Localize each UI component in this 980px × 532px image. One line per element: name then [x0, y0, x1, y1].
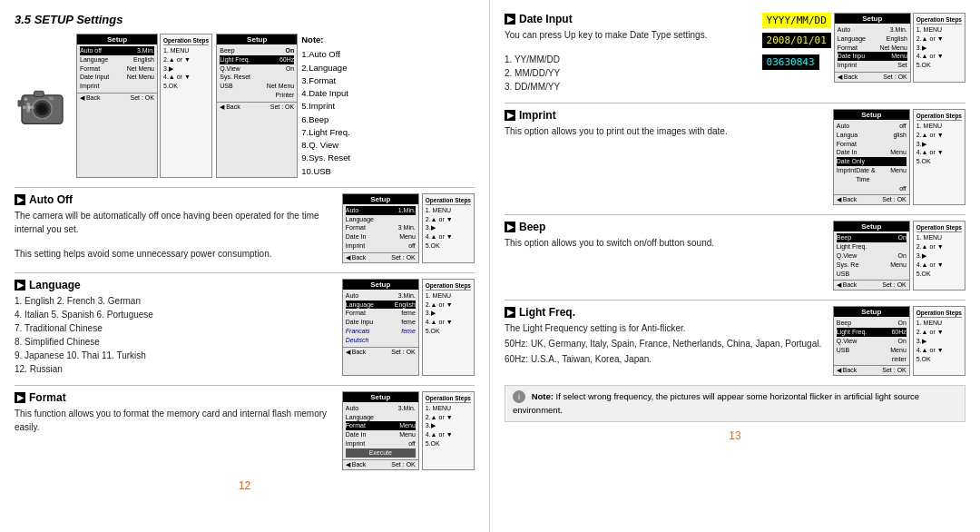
svg-point-7: [24, 97, 27, 101]
auto-off-desc1: The camera will be automatically off onc…: [15, 209, 335, 236]
language-header: ▶ Language: [15, 279, 335, 291]
date-input-op-steps: Operation Steps 1. MENU 2.▲ or ▼ 3.▶ 4.▲…: [913, 13, 965, 83]
setup-screen-1-body: Auto off3.Min. LanguageEnglish FormatNet…: [77, 44, 157, 93]
imprint-desc: This option allows you to print out the …: [505, 124, 826, 138]
language-screen: Setup Auto3.Min. LanguageEnglish Formatf…: [342, 279, 419, 376]
auto-off-op-steps: Operation Steps 1. MENU 2.▲ or ▼ 3.▶ 4.▲…: [422, 193, 475, 263]
svg-rect-5: [34, 91, 44, 96]
auto-off-header: ▶ Auto Off: [15, 193, 335, 206]
setup-screen-1-footer: ◀ BackSet : OK: [77, 93, 157, 103]
date-displays: YYYY/MM/DD 2008/01/01 03630843: [762, 13, 831, 83]
beep-icon: ▶: [505, 222, 515, 232]
imprint-section: ▶ Imprint This option allows you to prin…: [505, 109, 965, 205]
date-display-2: 2008/01/01: [762, 33, 831, 48]
svg-rect-6: [48, 96, 53, 100]
camera-icon-area: $: [15, 34, 69, 178]
setup-screen-2-body: BeepOn Light Freq.60Hz Q.ViewOn Sys. Res…: [217, 44, 297, 102]
date-input-icon: ▶: [505, 14, 515, 25]
language-widget: Setup Auto3.Min. LanguageEnglish Formatf…: [342, 279, 475, 376]
light-freq-desc2: 50Hz: UK, Germany, Italy, Spain, France,…: [505, 337, 826, 350]
warning-icon: i: [513, 390, 525, 403]
light-freq-op-steps: Operation Steps 1. MENU 2.▲ or ▼ 3.▶ 4.▲…: [913, 306, 965, 376]
warning-text: If select wrong frequency, the pictures …: [513, 391, 919, 414]
setup-screen-1-wrapper: Setup Auto off3.Min. LanguageEnglish For…: [76, 34, 212, 178]
svg-rect-1: [17, 100, 24, 106]
date-input-desc: You can press Up key to make Date Type s…: [505, 28, 755, 42]
imprint-icon: ▶: [505, 110, 515, 121]
imprint-widget: Setup Autooff Languaglish Format Date In…: [833, 109, 965, 205]
light-freq-screen: Setup BeepOn Light Freq.60Hz Q.ViewOn US…: [833, 306, 910, 376]
setup-screen-2: Setup BeepOn Light Freq.60Hz Q.ViewOn Sy…: [216, 34, 298, 178]
date-input-header: ▶ Date Input: [505, 13, 755, 25]
page-title: 3.5 SETUP Settings: [15, 13, 475, 26]
language-section: ▶ Language 1. English 2. French 3. Germa…: [15, 279, 475, 376]
left-page-number: 12: [15, 479, 475, 492]
language-desc: 1. English 2. French 3. German 4. Italia…: [15, 294, 335, 376]
setup-screen-1-header: Setup: [77, 34, 157, 44]
beep-screen: Setup BeepOn Light Freq. Q.ViewOn Sys. R…: [833, 221, 910, 291]
light-freq-widget: Setup BeepOn Light Freq.60Hz Q.ViewOn US…: [833, 306, 965, 376]
beep-section: ▶ Beep This option allows you to switch …: [505, 221, 965, 291]
setup-screen-1: Setup Auto off3.Min. LanguageEnglish For…: [76, 34, 158, 178]
beep-widget: Setup BeepOn Light Freq. Q.ViewOn Sys. R…: [833, 221, 965, 291]
date-display-1: YYYY/MM/DD: [762, 13, 831, 28]
camera-icon: $: [17, 85, 67, 126]
format-widget: Setup Auto3.Min. Language FormatMenu Dat…: [342, 391, 475, 470]
main-setup-area: $ Setup Auto off3.Min. LanguageEnglish F…: [15, 34, 475, 178]
setup-screen-2-header: Setup: [217, 34, 297, 44]
op-steps-1: Operation Steps 1. MENU 2.▲ or ▼ 3.▶ 4.▲…: [160, 34, 212, 178]
auto-off-desc2: This setting helps avoid some unnecessar…: [15, 247, 335, 261]
imprint-header: ▶ Imprint: [505, 109, 826, 122]
svg-point-4: [38, 104, 46, 113]
setup-screen-2-wrapper: Setup BeepOn Light Freq.60Hz Q.ViewOn Sy…: [216, 34, 298, 178]
imprint-op-steps: Operation Steps 1. MENU 2.▲ or ▼ 3.▶ 4.▲…: [913, 109, 965, 205]
date-input-text: ▶ Date Input You can press Up key to mak…: [505, 13, 755, 94]
format-header: ▶ Format: [15, 391, 335, 404]
format-screen: Setup Auto3.Min. Language FormatMenu Dat…: [342, 391, 419, 470]
auto-off-section: ▶ Auto Off The camera will be automatica…: [15, 193, 475, 263]
auto-off-widget: Setup Auto1.Min. Language Format3 Min. D…: [342, 193, 475, 263]
format-op-steps: Operation Steps 1. MENU 2.▲ or ▼ 3.▶ 4.▲…: [422, 391, 475, 470]
light-freq-header: ▶ Light Freq.: [505, 306, 826, 319]
language-text: ▶ Language 1. English 2. French 3. Germa…: [15, 279, 335, 376]
date-display-3: 03630843: [762, 54, 819, 70]
auto-off-screen: Setup Auto1.Min. Language Format3 Min. D…: [342, 193, 419, 263]
right-page-number: 13: [505, 429, 965, 442]
beep-header: ▶ Beep: [505, 221, 826, 233]
date-input-screen: Setup Auto3.Min. LanguageEnglish FormatN…: [834, 13, 911, 83]
language-op-steps: Operation Steps 1. MENU 2.▲ or ▼ 3.▶ 4.▲…: [422, 279, 475, 376]
setup-screen-2-footer: ◀ BackSet : OK: [217, 102, 297, 112]
format-icon: ▶: [15, 392, 25, 403]
format-desc: This function allows you to format the m…: [15, 407, 335, 434]
date-input-widget: YYYY/MM/DD 2008/01/01 03630843 Setup Aut…: [762, 13, 965, 94]
beep-desc: This option allows you to switch on/off …: [505, 236, 826, 250]
light-freq-text: ▶ Light Freq. The Light Frequency settin…: [505, 306, 826, 376]
light-freq-desc1: The Light Frequency setting is for Anti-…: [505, 321, 826, 335]
light-freq-desc3: 60Hz: U.S.A., Taiwan, Korea, Japan.: [505, 352, 826, 366]
format-text: ▶ Format This function allows you to for…: [15, 391, 335, 470]
imprint-text: ▶ Imprint This option allows you to prin…: [505, 109, 826, 205]
format-section: ▶ Format This function allows you to for…: [15, 391, 475, 470]
main-note-box: Note: 1.Auto Off 2.Language 3.Format 4.D…: [301, 34, 374, 178]
imprint-screen: Setup Autooff Languaglish Format Date In…: [833, 109, 910, 205]
warning-note: i Note: If select wrong frequency, the p…: [505, 385, 965, 422]
date-input-section: ▶ Date Input You can press Up key to mak…: [505, 13, 965, 94]
warning-label: Note:: [532, 391, 556, 401]
beep-op-steps: Operation Steps 1. MENU 2.▲ or ▼ 3.▶ 4.▲…: [913, 221, 965, 291]
auto-off-text: ▶ Auto Off The camera will be automatica…: [15, 193, 335, 263]
beep-text: ▶ Beep This option allows you to switch …: [505, 221, 826, 291]
light-freq-section: ▶ Light Freq. The Light Frequency settin…: [505, 306, 965, 376]
language-icon: ▶: [15, 280, 25, 291]
auto-off-icon: ▶: [15, 194, 25, 205]
date-input-items: 1. YY/MM/DD 2. MM/DD/YY 3. DD/MM/YY: [505, 53, 755, 94]
setup-screens: Setup Auto off3.Min. LanguageEnglish For…: [76, 34, 475, 178]
light-freq-icon: ▶: [505, 307, 515, 318]
date-input-screen-wrapper: Setup Auto3.Min. LanguageEnglish FormatN…: [834, 13, 965, 83]
